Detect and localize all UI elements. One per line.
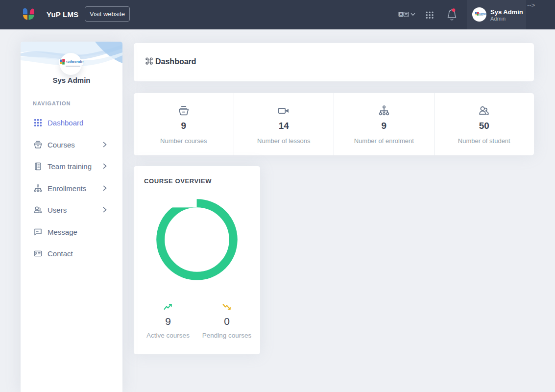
brand-name: YuP LMS [47, 10, 78, 19]
stat-number-of-enrolment: 9 Number of enrolment [334, 93, 434, 155]
people-icon [479, 105, 489, 116]
contact-card-icon [34, 249, 42, 258]
sidebar-item-dashboard[interactable]: Dashboard [21, 112, 122, 133]
sidebar-item-label: Enrollments [48, 184, 86, 193]
stats-row: 9 Number courses 14 Number of lessons [134, 93, 534, 155]
sidebar-item-label: Message [48, 228, 77, 236]
course-overview-donut-chart [148, 191, 246, 289]
sidebar-user-name: Sys Admin [21, 76, 122, 84]
sidebar-item-label: Team training [48, 162, 92, 171]
sidebar-logo: schneide [59, 59, 83, 65]
legend-label: Pending courses [197, 332, 256, 339]
stat-number-courses: 9 Number courses [134, 93, 234, 155]
sidebar-item-message[interactable]: Message [21, 221, 122, 243]
sitemap-icon [34, 184, 42, 193]
stat-label: Number of student [434, 137, 534, 145]
schneide-logo-icon [60, 59, 65, 65]
course-overview-title: COURSE OVERVIEW [144, 177, 212, 185]
language-chevron-down-icon[interactable] [410, 13, 415, 16]
sidebar-item-label: Courses [48, 141, 75, 149]
legend-value: 0 [197, 316, 256, 327]
trend-down-icon [222, 303, 231, 310]
topbar: YuP LMS Visit website A schneide [0, 0, 555, 29]
sidebar-item-courses[interactable]: Courses [21, 134, 122, 155]
sidebar: schneide Sys Admin NAVIGATION Dashboard … [21, 42, 122, 392]
chevron-right-icon [103, 142, 107, 147]
page-header-card: Dashboard [134, 43, 534, 81]
trend-up-icon [164, 303, 172, 310]
sidebar-logo-tagline [66, 66, 80, 67]
sidebar-item-enrollments[interactable]: Enrollments [21, 177, 122, 199]
chevron-right-icon [103, 163, 107, 169]
stat-label: Number of lessons [234, 137, 334, 145]
drawer-icon [178, 105, 189, 116]
notifications-bell-icon[interactable] [447, 8, 457, 21]
user-name: Sys Admin [490, 8, 523, 16]
sidebar-item-team-training[interactable]: Team training [21, 155, 122, 177]
stat-value: 9 [134, 121, 234, 131]
sidebar-section-label: NAVIGATION [33, 100, 71, 106]
stat-value: 9 [334, 121, 434, 131]
svg-text:A: A [399, 12, 402, 17]
chevron-right-icon [103, 185, 107, 191]
sidebar-item-label: Contact [48, 249, 73, 258]
sitemap-icon [379, 105, 389, 116]
grid-squares-icon [34, 119, 42, 127]
legend-value: 9 [139, 316, 197, 327]
drawer-icon [34, 141, 42, 149]
comment-artifact-text: --> [527, 1, 535, 9]
sidebar-item-contact[interactable]: Contact [21, 243, 122, 264]
sidebar-logo-text: schneide [66, 60, 83, 64]
chat-icon [34, 228, 42, 236]
legend-active-courses: 9 Active courses [139, 303, 197, 339]
page-title: Dashboard [155, 57, 196, 66]
user-role: Admin [490, 16, 506, 22]
people-icon [34, 206, 42, 214]
language-icon[interactable]: A [398, 11, 409, 18]
visit-website-button[interactable]: Visit website [85, 6, 130, 22]
brand-logo-icon [23, 8, 34, 20]
course-overview-card: COURSE OVERVIEW 9 Active courses 0 Pendi… [134, 166, 260, 354]
user-menu[interactable]: schneide Sys Admin Admin [467, 0, 526, 29]
legend-label: Active courses [139, 332, 197, 339]
sidebar-item-label: Dashboard [48, 119, 83, 127]
sidebar-item-label: Users [48, 206, 67, 214]
stat-number-of-student: 50 Number of student [434, 93, 534, 155]
svg-text:schneide: schneide [479, 13, 486, 15]
stat-label: Number of enrolment [334, 137, 434, 145]
video-icon [278, 105, 290, 116]
legend-pending-courses: 0 Pending courses [197, 303, 256, 339]
stat-label: Number courses [134, 137, 234, 145]
stat-value: 14 [234, 121, 334, 131]
sidebar-item-users[interactable]: Users [21, 199, 122, 220]
stat-value: 50 [434, 121, 534, 131]
avatar: schneide [472, 7, 486, 22]
apps-grid-icon[interactable] [426, 11, 434, 19]
chevron-right-icon [103, 207, 107, 213]
command-icon [145, 57, 153, 65]
journal-icon [34, 162, 42, 171]
stat-number-of-lessons: 14 Number of lessons [234, 93, 335, 155]
